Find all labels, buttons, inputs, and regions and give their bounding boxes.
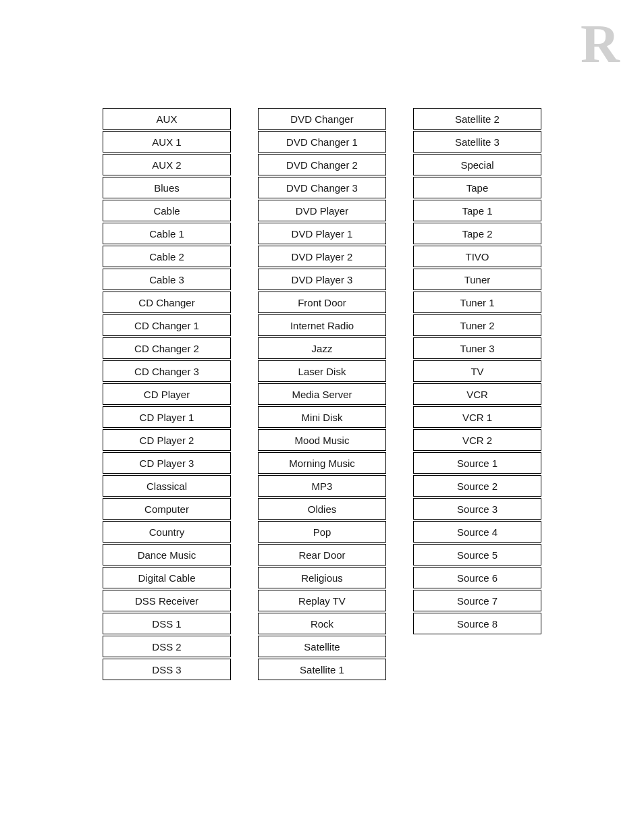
list-item: Mini Disk: [258, 406, 386, 428]
list-item: Computer: [103, 498, 231, 520]
list-item: Source 1: [413, 452, 541, 474]
list-item: Cable 1: [103, 223, 231, 244]
list-item: Source 5: [413, 544, 541, 565]
list-item: TIVO: [413, 246, 541, 267]
main-content: AUXAUX 1AUX 2BluesCableCable 1Cable 2Cab…: [0, 0, 644, 721]
list-item: Tuner: [413, 269, 541, 290]
column-3: Satellite 2Satellite 3SpecialTapeTape 1T…: [413, 108, 541, 680]
list-item: Satellite 1: [258, 659, 386, 680]
list-item: CD Changer 2: [103, 337, 231, 359]
list-item: DVD Changer 1: [258, 131, 386, 153]
list-item: VCR 1: [413, 406, 541, 428]
list-item: Satellite: [258, 636, 386, 657]
list-item: Digital Cable: [103, 567, 231, 588]
list-item: DSS Receiver: [103, 590, 231, 611]
list-item: DVD Player 3: [258, 269, 386, 290]
column-1: AUXAUX 1AUX 2BluesCableCable 1Cable 2Cab…: [103, 108, 231, 680]
list-item: DSS 2: [103, 636, 231, 657]
list-item: Source 2: [413, 475, 541, 497]
list-item: Source 6: [413, 567, 541, 588]
list-item: Mood Music: [258, 429, 386, 451]
list-item: Cable: [103, 200, 231, 221]
list-item: Special: [413, 154, 541, 175]
list-item: Morning Music: [258, 452, 386, 474]
list-item: Satellite 3: [413, 131, 541, 153]
list-item: MP3: [258, 475, 386, 497]
list-item: Replay TV: [258, 590, 386, 611]
list-item: VCR: [413, 383, 541, 405]
list-item: CD Player 1: [103, 406, 231, 428]
list-item: Source 3: [413, 498, 541, 520]
list-item: DVD Changer 3: [258, 177, 386, 198]
logo-letter: R: [581, 17, 620, 71]
list-item: Cable 3: [103, 269, 231, 290]
list-item: DVD Player 1: [258, 223, 386, 244]
list-item: Tape: [413, 177, 541, 198]
list-item: Jazz: [258, 337, 386, 359]
list-item: Religious: [258, 567, 386, 588]
list-item: AUX 1: [103, 131, 231, 153]
list-item: CD Player 2: [103, 429, 231, 451]
list-item: Internet Radio: [258, 314, 386, 336]
list-item: Tuner 3: [413, 337, 541, 359]
list-item: DVD Changer: [258, 108, 386, 130]
list-item: DSS 3: [103, 659, 231, 680]
list-item: Tape 1: [413, 200, 541, 221]
list-item: Tuner 2: [413, 314, 541, 336]
list-item: AUX 2: [103, 154, 231, 175]
list-item: CD Player: [103, 383, 231, 405]
list-item: AUX: [103, 108, 231, 130]
list-item: CD Changer: [103, 292, 231, 313]
list-item: Blues: [103, 177, 231, 198]
list-item: CD Changer 1: [103, 314, 231, 336]
list-item: VCR 2: [413, 429, 541, 451]
list-item: Source 4: [413, 521, 541, 543]
column-2: DVD ChangerDVD Changer 1DVD Changer 2DVD…: [258, 108, 386, 680]
list-item: CD Changer 3: [103, 360, 231, 382]
list-item: DVD Player: [258, 200, 386, 221]
list-item: Source 7: [413, 590, 541, 611]
list-item: Cable 2: [103, 246, 231, 267]
list-item: Tape 2: [413, 223, 541, 244]
list-item: Rear Door: [258, 544, 386, 565]
list-item: DVD Changer 2: [258, 154, 386, 175]
list-item: Rock: [258, 613, 386, 634]
list-item: Country: [103, 521, 231, 543]
logo: R: [570, 13, 630, 74]
list-item: Dance Music: [103, 544, 231, 565]
list-item: Classical: [103, 475, 231, 497]
list-item: Pop: [258, 521, 386, 543]
list-item: TV: [413, 360, 541, 382]
list-item: DSS 1: [103, 613, 231, 634]
list-item: CD Player 3: [103, 452, 231, 474]
list-item: Oldies: [258, 498, 386, 520]
list-item: Source 8: [413, 613, 541, 634]
list-item: Satellite 2: [413, 108, 541, 130]
list-item: Front Door: [258, 292, 386, 313]
list-item: DVD Player 2: [258, 246, 386, 267]
list-item: Media Server: [258, 383, 386, 405]
list-item: Laser Disk: [258, 360, 386, 382]
list-item: Tuner 1: [413, 292, 541, 313]
